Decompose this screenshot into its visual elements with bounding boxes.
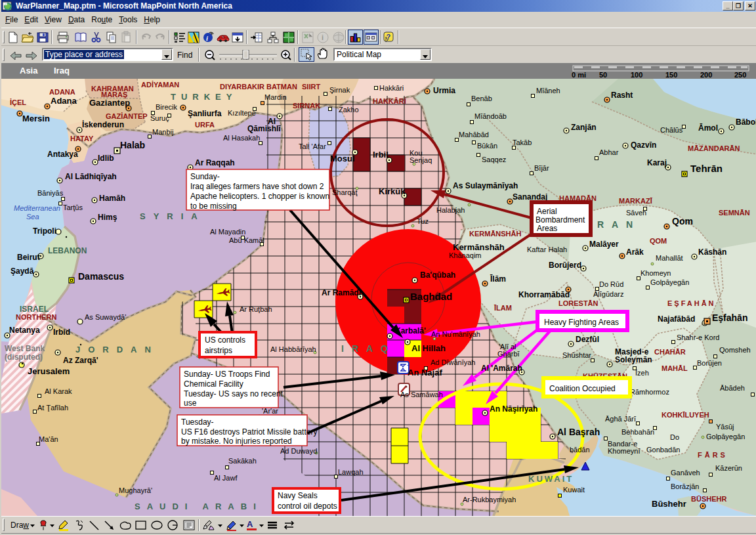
- svg-text:Malāyer: Malāyer: [589, 240, 619, 249]
- svg-text:Al Başrah: Al Başrah: [557, 427, 600, 437]
- svg-text:Ad Duwayd: Ad Duwayd: [280, 447, 317, 455]
- svg-text:TURKEY: TURKEY: [171, 92, 237, 102]
- svg-text:Areas: Areas: [537, 224, 557, 233]
- svg-text:Birecik: Birecik: [156, 103, 178, 111]
- svg-text:Al Karak: Al Karak: [45, 387, 72, 395]
- svg-text:Hakkāri: Hakkāri: [379, 84, 404, 92]
- svg-text:150: 150: [665, 71, 677, 78]
- svg-text:Ar Ruţbah: Ar Ruţbah: [240, 305, 272, 313]
- svg-text:Irbid: Irbid: [53, 328, 70, 337]
- svg-text:control oil depots: control oil depots: [278, 502, 337, 511]
- svg-text:GAZİANTEP: GAZİANTEP: [106, 112, 148, 120]
- svg-text:Āmol: Āmol: [698, 123, 718, 133]
- svg-text:CHAHĀR: CHAHĀR: [654, 348, 686, 356]
- svg-text:Baghdad: Baghdad: [410, 291, 452, 302]
- svg-text:Ma'ān: Ma'ān: [39, 435, 58, 443]
- svg-text:Qom: Qom: [672, 216, 693, 226]
- svg-text:0 mi: 0 mi: [572, 71, 586, 78]
- svg-text:Behbahān: Behbahān: [621, 428, 654, 436]
- svg-text:to be missing: to be missing: [190, 202, 237, 211]
- svg-text:KERMĀNSHĀH: KERMĀNSHĀH: [469, 230, 522, 238]
- svg-text:Sunday- US Troops Find: Sunday- US Troops Find: [184, 370, 270, 379]
- svg-text:As Samāwah: As Samāwah: [400, 391, 443, 398]
- svg-text:Borūjen: Borūjen: [697, 359, 722, 367]
- svg-text:Coalition Occupied: Coalition Occupied: [549, 384, 616, 393]
- svg-text:LEBANON: LEBANON: [48, 246, 87, 255]
- svg-text:Bābol: Bābol: [736, 118, 756, 127]
- svg-text:KUWAIT: KUWAIT: [528, 474, 574, 484]
- svg-text:ĪLAM: ĪLAM: [494, 304, 512, 312]
- svg-text:ADİYAMAN: ADİYAMAN: [141, 81, 179, 89]
- svg-text:Sakākah: Sakākah: [228, 457, 257, 465]
- svg-text:Ganāveh: Ganāveh: [671, 469, 700, 477]
- svg-text:Apache helicopters. 1 chopper: Apache helicopters. 1 chopper is known: [190, 192, 329, 201]
- svg-text:Khomeyn: Khomeyn: [640, 269, 671, 277]
- svg-text:Golpāyegān: Golpāyegān: [650, 278, 689, 286]
- svg-text:SIIRT: SIIRT: [302, 83, 320, 91]
- svg-text:Zanjān: Zanjān: [571, 123, 597, 132]
- svg-text:Mughayrā': Mughayrā': [119, 486, 152, 494]
- svg-text:MARKAZĪ: MARKAZĪ: [619, 197, 653, 205]
- svg-text:Sharqāţ: Sharqāţ: [332, 188, 358, 196]
- svg-text:HAKKÂRİ: HAKKÂRİ: [373, 97, 406, 105]
- svg-text:Mahābād: Mahābād: [459, 131, 489, 139]
- svg-text:Tall 'Afar: Tall 'Afar: [299, 142, 326, 150]
- svg-text:Senjaq: Senjaq: [410, 156, 432, 164]
- svg-text:Halabjah: Halabjah: [436, 206, 465, 214]
- svg-text:Heavy Fighting Areas: Heavy Fighting Areas: [544, 318, 619, 327]
- svg-text:As Suwaydā': As Suwaydā': [85, 313, 126, 321]
- svg-text:An Nāşirīyah: An Nāşirīyah: [490, 404, 537, 414]
- svg-text:IRAN: IRAN: [587, 219, 640, 230]
- svg-text:Iraq alleges farmers have shot: Iraq alleges farmers have shot down 2: [190, 182, 324, 191]
- svg-text:Suruç: Suruç: [150, 114, 169, 122]
- svg-text:Tarţūs: Tarţūs: [63, 203, 83, 211]
- svg-text:50: 50: [599, 71, 607, 78]
- svg-text:Hamāh: Hamāh: [99, 194, 125, 203]
- svg-text:Kuwait: Kuwait: [563, 486, 585, 494]
- svg-text:İÇEL: İÇEL: [10, 98, 26, 106]
- svg-text:Karbalā': Karbalā': [395, 326, 426, 335]
- svg-text:?: ?: [387, 33, 391, 41]
- svg-text:Mersin: Mersin: [22, 114, 50, 123]
- svg-text:Chālūs: Chālūs: [660, 126, 683, 134]
- svg-text:Aerial: Aerial: [537, 207, 557, 216]
- svg-text:Zakho: Zakho: [339, 106, 359, 114]
- svg-text:ISRAEL: ISRAEL: [20, 305, 49, 314]
- svg-text:Shūshtar: Shūshtar: [562, 351, 591, 359]
- svg-text:Netanya: Netanya: [9, 326, 40, 335]
- svg-text:Idlib: Idlib: [98, 154, 114, 163]
- svg-text:Khomeynī: Khomeynī: [608, 447, 640, 455]
- svg-text:QOM: QOM: [650, 237, 667, 245]
- svg-text:Najafābād: Najafābād: [658, 314, 695, 324]
- svg-text:SYRIA: SYRIA: [140, 211, 205, 221]
- svg-text:Ar Ramādī: Ar Ramādī: [322, 288, 362, 297]
- svg-text:Ba'qūbah: Ba'qūbah: [420, 270, 455, 280]
- svg-text:Mosul: Mosul: [330, 154, 355, 163]
- svg-text:At Ţafīlah: At Ţafīlah: [37, 404, 68, 412]
- svg-text:Khorramābād: Khorramābād: [518, 290, 570, 299]
- svg-text:use: use: [184, 398, 197, 408]
- svg-text:Shahr-e Kord: Shahr-e Kord: [677, 333, 719, 341]
- svg-text:Āghā Jārī: Āghā Jārī: [605, 415, 637, 423]
- svg-text:Sea: Sea: [26, 213, 39, 221]
- svg-text:Benāb: Benāb: [471, 95, 492, 102]
- svg-text:Ar Raqqah: Ar Raqqah: [195, 158, 235, 167]
- svg-text:Jerusalem: Jerusalem: [28, 366, 70, 376]
- svg-text:Khānaqim: Khānaqim: [449, 251, 482, 259]
- svg-text:Do Rūd: Do Rūd: [599, 280, 623, 288]
- svg-text:Gaziantep: Gaziantep: [89, 98, 130, 108]
- svg-text:BATMAN: BATMAN: [266, 83, 297, 91]
- svg-text:İskenderun: İskenderun: [82, 119, 124, 129]
- svg-text:Kızıltepe: Kızıltepe: [228, 109, 256, 117]
- svg-text:FĀRS: FĀRS: [698, 451, 728, 459]
- svg-text:Borūjerd: Borūjerd: [549, 261, 581, 270]
- svg-text:Sunday-: Sunday-: [190, 172, 220, 181]
- svg-text:'Ar'ar: 'Ar'ar: [262, 407, 278, 415]
- svg-text:Bombardment: Bombardment: [536, 215, 585, 225]
- svg-text:Mediterranean: Mediterranean: [14, 204, 60, 212]
- svg-text:As Sulaymānīyah: As Sulaymānīyah: [453, 181, 518, 190]
- svg-text:Tuz: Tuz: [417, 217, 429, 225]
- svg-text:Dezfūl: Dezfūl: [576, 335, 599, 344]
- svg-text:Şirnak: Şirnak: [329, 86, 350, 94]
- svg-text:Al Jawf: Al Jawf: [214, 474, 238, 482]
